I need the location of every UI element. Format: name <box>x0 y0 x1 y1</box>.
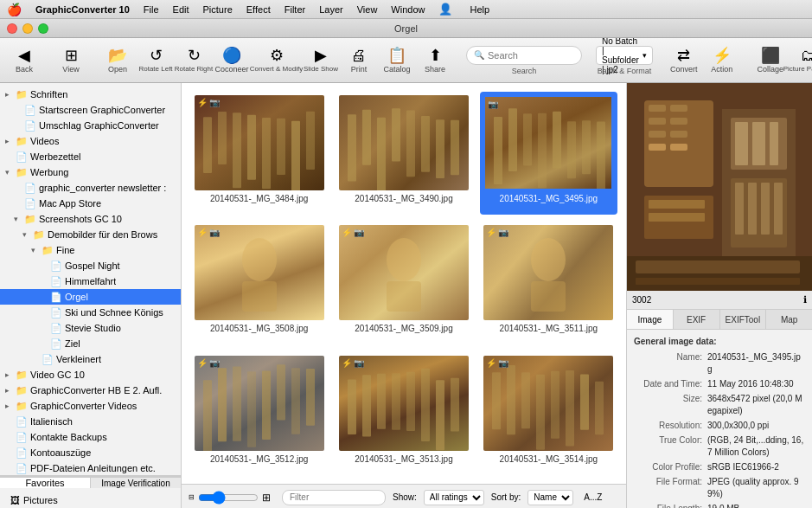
sidebar-item-werbezettel[interactable]: 📄Werbezettel <box>0 149 181 164</box>
svg-rect-20 <box>553 112 561 169</box>
share-icon: ⬆ <box>429 48 442 63</box>
rotate-right-button[interactable]: ↻ Rotate Right <box>176 42 211 80</box>
photo-thumb-3509: ⚡📷 <box>339 225 469 320</box>
folder-icon-verkleinert: 📄 <box>42 354 54 365</box>
share-button[interactable]: ⬆ Share <box>418 42 452 80</box>
minimize-button[interactable] <box>22 23 33 34</box>
sidebar-item-newsletter[interactable]: 📄graphic_converter newsletter : <box>0 180 181 196</box>
tab-image[interactable]: Image <box>627 310 674 329</box>
svg-rect-29 <box>531 281 566 312</box>
collage-button[interactable]: ⬛ Collage <box>753 42 788 80</box>
menu-window[interactable]: Window <box>391 4 425 15</box>
sidebar-item-italienisch[interactable]: 📄Italienisch <box>0 414 181 429</box>
filter-box[interactable] <box>282 490 386 505</box>
catalog-button[interactable]: 📋 Catalog <box>380 42 414 80</box>
sidebar-item-demobilder[interactable]: ▾📁Demobilder für den Brows <box>0 227 181 242</box>
sidebar-item-pdf[interactable]: 📄PDF-Dateien Anleitungen etc. <box>0 460 181 475</box>
svg-rect-52 <box>580 374 589 429</box>
view-button[interactable]: ⊞ View <box>45 42 97 80</box>
sidebar-item-ziel[interactable]: 📄Ziel <box>0 336 181 351</box>
photo-cell-3484[interactable]: ⚡📷20140531-_MG_3484.jpg <box>190 92 328 215</box>
sidebar-item-graphicVideos[interactable]: ▸📁GraphicConverter Videos <box>0 398 181 414</box>
menu-app-name[interactable]: GraphicConverter 10 <box>35 4 130 15</box>
menu-effect[interactable]: Effect <box>246 4 271 15</box>
convert-section-button[interactable]: ⇄ Convert <box>667 42 701 80</box>
sort-select[interactable]: Name <box>527 490 573 505</box>
catalog-label: Catalog <box>383 65 410 74</box>
search-box[interactable]: 🔍 <box>466 46 582 65</box>
zoom-slider[interactable]: ⊟ ⊞ <box>189 492 275 504</box>
tab-exif[interactable]: EXIF <box>674 310 720 329</box>
print-button[interactable]: 🖨 Print <box>342 42 376 80</box>
photo-cell-3514[interactable]: ⚡📷20140531-_MG_3514.jpg <box>480 352 617 475</box>
menu-edit[interactable]: Edit <box>173 4 189 15</box>
coconeer-button[interactable]: 🔵 Coconeer <box>214 42 249 80</box>
sidebar-item-umschlag[interactable]: 📄Umschlag GraphicConverter <box>0 118 181 133</box>
batch-dropdown[interactable]: No Batch | Subfolder | jp2 ▾ <box>596 46 653 65</box>
search-input[interactable] <box>488 50 574 61</box>
photo-cell-3490[interactable]: 20140531-_MG_3490.jpg <box>335 92 472 215</box>
photo-cell-3513[interactable]: ⚡📷20140531-_MG_3513.jpg <box>335 352 472 475</box>
svg-rect-75 <box>761 183 770 235</box>
photo-cell-3511[interactable]: ⚡📷20140531-_MG_3511.jpg <box>480 222 617 344</box>
photo-badge-3512: ⚡📷 <box>197 358 220 368</box>
photo-cell-3512[interactable]: ⚡📷20140531-_MG_3512.jpg <box>190 352 328 475</box>
photo-cell-3495[interactable]: 📷20140531-_MG_3495.jpg <box>480 92 617 215</box>
tree-label-werbezettel: Werbezettel <box>30 151 81 162</box>
image-verification-tab[interactable]: Image Verification <box>91 478 181 488</box>
svg-rect-14 <box>436 119 444 178</box>
svg-rect-19 <box>538 113 547 189</box>
tab-map[interactable]: Map <box>766 310 812 329</box>
sidebar-item-videogc[interactable]: ▸📁Video GC 10 <box>0 367 181 383</box>
photo-cell-3509[interactable]: ⚡📷20140531-_MG_3509.jpg <box>335 222 472 344</box>
menu-picture[interactable]: Picture <box>203 4 233 15</box>
maximize-button[interactable] <box>38 23 48 34</box>
menu-file[interactable]: File <box>144 4 159 15</box>
rotate-left-button[interactable]: ↺ Rotate Left <box>138 42 173 80</box>
sidebar-item-videos[interactable]: ▸📁Videos <box>0 133 181 149</box>
sidebar-item-werbung[interactable]: ▾📁Werbung <box>0 164 181 180</box>
close-button[interactable] <box>7 23 17 34</box>
favorites-item-pictures[interactable]: 🖼 Pictures <box>7 492 174 508</box>
sidebar-item-orgel[interactable]: 📄Orgel <box>0 289 181 305</box>
sidebar-item-ski[interactable]: 📄Ski und Schnee Königs <box>0 305 181 320</box>
folder-icon-newsletter: 📄 <box>24 183 36 194</box>
favorites-tab[interactable]: Favorites <box>0 478 91 488</box>
open-button[interactable]: 📂 Open <box>100 42 135 80</box>
menu-view[interactable]: View <box>357 4 378 15</box>
length-value: 19,0 MB <box>707 503 805 509</box>
sidebar-item-stevie[interactable]: 📄Stevie Studio <box>0 320 181 336</box>
svg-rect-5 <box>277 119 285 175</box>
resolution-value: 300,0x300,0 ppi <box>707 420 805 432</box>
preview-info-icon[interactable]: ℹ <box>803 294 807 305</box>
sidebar-item-verkleinert[interactable]: 📄Verkleinert <box>0 351 181 367</box>
sidebar-item-himmelfahrt[interactable]: 📄Himmelfahrt <box>0 273 181 289</box>
svg-rect-47 <box>507 365 515 434</box>
apple-menu[interactable]: 🍎 <box>7 3 22 16</box>
tab-exiftool[interactable]: EXIFTool <box>720 310 767 329</box>
filter-input[interactable] <box>282 490 386 505</box>
format-value: JPEG (quality approx. 99%) <box>707 476 805 500</box>
sidebar-item-fine[interactable]: ▾📁Fine <box>0 242 181 258</box>
sidebar-item-appstore[interactable]: 📄Mac App Store <box>0 196 181 211</box>
action-button[interactable]: ⚡ Action <box>705 42 739 80</box>
sidebar-item-graphicHB[interactable]: ▸📁GraphicConverter HB E 2. Aufl. <box>0 383 181 398</box>
sidebar-item-startscreen[interactable]: 📄Startscreen GraphicConverter <box>0 102 181 118</box>
menu-filter[interactable]: Filter <box>285 4 305 15</box>
sidebar-item-kontakte[interactable]: 📄Kontakte Backups <box>0 429 181 445</box>
back-button[interactable]: ◀ Back <box>7 42 42 80</box>
show-select[interactable]: All ratings <box>424 490 484 505</box>
photo-cell-3508[interactable]: ⚡📷20140531-_MG_3508.jpg <box>190 222 328 344</box>
sidebar-item-schriften[interactable]: ▸📁Schriften <box>0 87 181 102</box>
picture-package-button[interactable]: 🗂 Picture Package <box>791 42 812 80</box>
sidebar-item-konto[interactable]: 📄Kontoauszüge <box>0 445 181 460</box>
menu-account[interactable]: 👤 <box>438 3 452 16</box>
zoom-range[interactable] <box>198 492 259 503</box>
menu-layer[interactable]: Layer <box>319 4 343 15</box>
sidebar-item-gospel[interactable]: 📄Gospel Night <box>0 258 181 273</box>
sidebar-item-screenshots[interactable]: ▾📁Screenshots GC 10 <box>0 211 181 227</box>
convert-button[interactable]: ⚙ Convert & Modify <box>253 42 300 80</box>
slideshow-button[interactable]: ▶ Slide Show <box>304 42 338 80</box>
info-format-row: File Format: JPEG (quality approx. 99%) <box>634 474 805 501</box>
menu-help[interactable]: Help <box>470 4 489 15</box>
